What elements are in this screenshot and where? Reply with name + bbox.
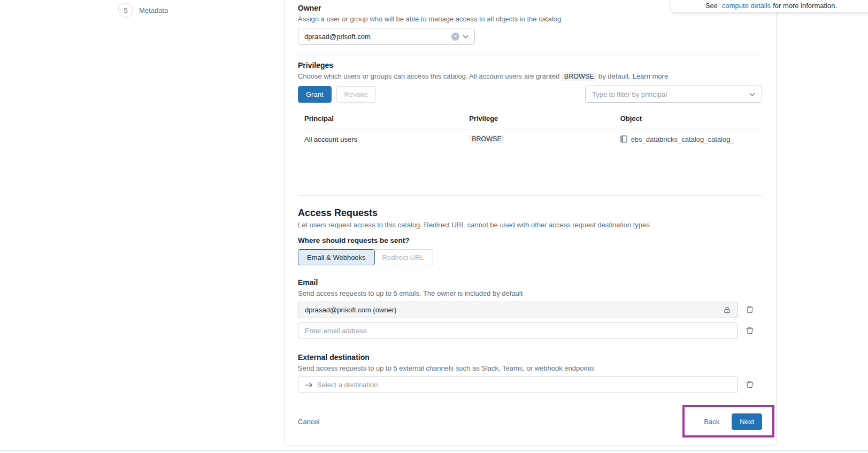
- email-label: Email: [298, 278, 762, 287]
- owner-value: dprasad@prisoft.com: [304, 33, 448, 41]
- cell-privilege: BROWSE: [469, 129, 620, 149]
- grant-button[interactable]: Grant: [298, 86, 332, 103]
- access-requests-divider: [298, 195, 762, 196]
- trash-icon: [746, 305, 754, 316]
- privileges-table: Principal Privilege Object All account u…: [304, 109, 762, 149]
- delete-email-button[interactable]: [746, 326, 754, 336]
- owner-email-value: dprasad@prisoft.com (owner): [305, 306, 719, 314]
- destination-segmented-control: Email & Webhooks Redirect URL: [298, 249, 762, 265]
- header-privilege: Privilege: [469, 109, 620, 129]
- clear-icon[interactable]: [451, 33, 459, 41]
- next-button[interactable]: Next: [732, 413, 762, 430]
- step-label: Metadata: [139, 6, 168, 14]
- delete-destination-button[interactable]: [746, 380, 754, 390]
- external-destination-description: Send access requests to up to 5 external…: [298, 364, 762, 372]
- cell-object: ebs_databricks_catalog_catalog_: [620, 129, 762, 149]
- table-row[interactable]: All account users BROWSE ebs_databricks_…: [304, 129, 762, 149]
- destination-select-placeholder: Select a destination: [317, 381, 731, 389]
- external-destination-row: Select a destination: [298, 377, 762, 393]
- privileges-description-suffix: by default.: [598, 72, 631, 80]
- compute-details-toast: See compute details for more information…: [671, 0, 868, 12]
- privileges-table-header-row: Principal Privilege Object: [304, 109, 762, 129]
- cancel-button[interactable]: Cancel: [298, 418, 319, 426]
- trash-icon: [746, 326, 754, 336]
- email-input-placeholder: Enter email address: [305, 327, 731, 335]
- trash-icon: [746, 380, 754, 390]
- revoke-button[interactable]: Revoke: [336, 86, 376, 103]
- stepper-step-metadata[interactable]: 5 Metadata: [118, 3, 168, 18]
- email-description: Send access requests to up to 5 emails. …: [298, 289, 762, 297]
- external-destination-label: External destination: [298, 353, 762, 362]
- wizard-content-card: Owner Assign a user or group who will be…: [284, 0, 777, 446]
- compute-details-link[interactable]: compute details: [722, 2, 771, 10]
- privileges-description-prefix: Choose which users or groups can access …: [298, 72, 559, 80]
- arrow-right-icon: [305, 382, 313, 388]
- card-content: Owner Assign a user or group who will be…: [285, 1, 776, 430]
- learn-more-link[interactable]: Learn more: [633, 72, 668, 80]
- spacer: [298, 149, 762, 195]
- segment-email-webhooks[interactable]: Email & Webhooks: [298, 249, 375, 265]
- header-principal: Principal: [304, 109, 469, 129]
- owner-email-field: dprasad@prisoft.com (owner): [298, 302, 738, 318]
- principal-filter-select[interactable]: Type to filter by principal: [585, 86, 762, 103]
- delete-owner-email-button[interactable]: [746, 305, 754, 316]
- lock-icon: [724, 306, 731, 313]
- privileges-actions-row: Grant Revoke Type to filter by principal: [298, 86, 762, 103]
- object-name: ebs_databricks_catalog_catalog_: [631, 135, 734, 143]
- step-number-circle: 5: [118, 3, 133, 18]
- owner-privileges-divider: [298, 54, 762, 55]
- owner-description: Assign a user or group who will be able …: [298, 15, 762, 23]
- email-row-owner: dprasad@prisoft.com (owner): [298, 302, 762, 318]
- privileges-label: Privileges: [298, 61, 762, 70]
- email-input[interactable]: Enter email address: [298, 323, 738, 339]
- create-catalog-wizard-page: 5 Metadata Owner Assign a user or group …: [0, 0, 868, 453]
- cell-principal: All account users: [304, 129, 469, 149]
- privilege-badge: BROWSE: [469, 135, 504, 143]
- wizard-footer: Cancel Back Next: [298, 413, 762, 430]
- page-bottom-divider: [0, 450, 868, 451]
- chevron-down-icon: [749, 93, 755, 96]
- catalog-icon: [620, 135, 627, 143]
- chevron-down-icon[interactable]: [463, 35, 468, 39]
- toast-text-suffix: for more information.: [773, 2, 837, 10]
- owner-combobox[interactable]: dprasad@prisoft.com: [298, 28, 475, 45]
- browse-default-badge: BROWSE: [562, 72, 597, 81]
- segment-redirect-url[interactable]: Redirect URL: [374, 249, 433, 265]
- access-requests-description: Let users request access to this catalog…: [298, 221, 762, 229]
- email-row-new: Enter email address: [298, 323, 762, 339]
- privileges-description: Choose which users or groups can access …: [298, 72, 762, 81]
- back-button[interactable]: Back: [704, 418, 719, 426]
- header-object: Object: [620, 109, 762, 129]
- access-requests-title: Access Requests: [298, 208, 762, 219]
- requests-destination-question: Where should requests be sent?: [298, 236, 762, 244]
- toast-text-prefix: See: [705, 2, 718, 10]
- destination-select[interactable]: Select a destination: [298, 377, 738, 393]
- principal-filter-placeholder: Type to filter by principal: [592, 90, 667, 98]
